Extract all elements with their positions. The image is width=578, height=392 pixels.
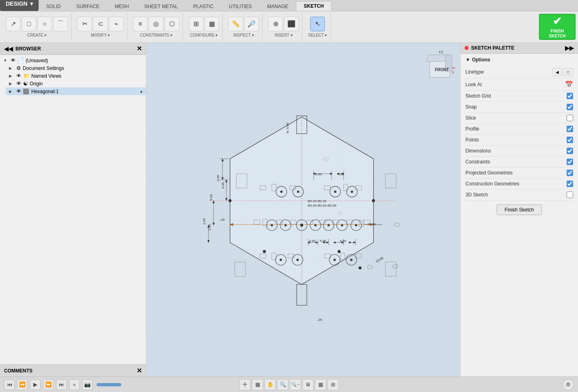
select-tool[interactable]: ↖ xyxy=(310,17,325,31)
options-triangle-icon: ▼ xyxy=(465,57,470,63)
coincident-tool[interactable]: ≡ xyxy=(133,17,148,31)
look-at-calendar-icon[interactable]: 📅 xyxy=(565,81,573,88)
zoom-out-btn[interactable]: 🔍− xyxy=(290,379,301,390)
svg-point-128 xyxy=(338,250,341,253)
tab-manage[interactable]: MANAGE xyxy=(259,2,296,11)
3d-sketch-row: 3D Sketch xyxy=(465,189,573,200)
playback-controls: ⏮ ⏪ ▶ ⏩ ⏭ ≡ 📷 xyxy=(4,379,121,390)
slice-checkbox[interactable] xyxy=(567,115,573,121)
insert-dxf-tool[interactable]: ⬛ xyxy=(284,17,299,31)
insert-label[interactable]: INSERT ▾ xyxy=(274,33,292,37)
linetype-square-btn[interactable]: □ xyxy=(563,68,573,76)
dimension-tool[interactable]: ⊞ xyxy=(189,17,203,31)
dimensions-checkbox[interactable] xyxy=(567,148,573,154)
timeline-slider[interactable] xyxy=(97,383,121,386)
collinear-tool[interactable]: ⬡ xyxy=(165,17,179,31)
trim-tool[interactable]: ✂ xyxy=(77,17,92,31)
construction-geometries-checkbox[interactable] xyxy=(567,181,573,187)
profile-checkbox[interactable] xyxy=(567,126,573,132)
constraints-checkbox[interactable] xyxy=(567,159,573,165)
sketch-palette-dot xyxy=(465,46,469,50)
camera-icon[interactable]: 📷 xyxy=(82,379,93,390)
canvas-bottom-tools: ✛ ▦ ✋ 🔍 🔍− 🖥 ▦ ⊞ xyxy=(239,379,339,390)
svg-text:5.00: 5.00 xyxy=(319,239,326,243)
mirror-tool[interactable]: ⌁ xyxy=(109,17,124,31)
view-options-btn[interactable]: ▦ xyxy=(315,379,326,390)
tree-label-origin: Origin xyxy=(30,81,143,87)
select-label[interactable]: SELECT ▾ xyxy=(308,33,327,37)
inspect-label[interactable]: INSPECT ▾ xyxy=(233,33,254,37)
tab-sketch[interactable]: SKETCH xyxy=(296,1,331,11)
offset-tool[interactable]: ⊂ xyxy=(93,17,108,31)
slice-row: Slice xyxy=(465,113,573,124)
snap-label: Snap xyxy=(465,104,477,110)
svg-text:fx: 5.00: fx: 5.00 xyxy=(286,122,289,133)
tree-label-doc-settings: Document Settings xyxy=(23,65,143,71)
tab-plastic[interactable]: PLASTIC xyxy=(185,2,221,11)
configure-label[interactable]: CONFIGURE ▾ xyxy=(190,33,218,37)
insert-image-tool[interactable]: ⊕ xyxy=(268,17,283,31)
timeline-icon[interactable]: ≡ xyxy=(69,379,80,390)
arc-tool[interactable]: ⌒ xyxy=(53,17,68,31)
tab-utilities[interactable]: UTILITIES xyxy=(221,2,259,11)
line-tool[interactable]: ↗ xyxy=(6,17,20,31)
constraints-label[interactable]: CONSTRAINTS ▾ xyxy=(140,33,172,37)
parameters-tool[interactable]: ▦ xyxy=(204,17,219,31)
zoom-in-btn[interactable]: 🔍 xyxy=(277,379,289,390)
tree-item-doc-settings[interactable]: ▶ ⚙ Document Settings xyxy=(6,64,146,72)
move-tool-btn[interactable]: ✛ xyxy=(239,379,251,390)
tab-sheet-metal[interactable]: SHEET METAL xyxy=(137,2,185,11)
svg-point-127 xyxy=(263,250,266,253)
sketch-palette-expand-icon[interactable]: ▶▶ xyxy=(565,45,574,51)
playback-start-btn[interactable]: ⏮ xyxy=(4,379,15,390)
playback-next-btn[interactable]: ⏩ xyxy=(43,379,54,390)
sketch-grid-checkbox[interactable] xyxy=(567,93,573,99)
playback-end-btn[interactable]: ⏭ xyxy=(56,379,67,390)
tree-icon-named-views: 👁 xyxy=(16,73,22,79)
snap-checkbox[interactable] xyxy=(567,104,573,110)
tree-item-unsaved[interactable]: ▼ 👁 📄 (Unsaved) xyxy=(0,57,146,64)
tree-arrow-origin: ▶ xyxy=(9,81,15,86)
points-checkbox[interactable] xyxy=(567,137,573,143)
playback-prev-btn[interactable]: ⏪ xyxy=(17,379,28,390)
svg-text:5.00: 5.00 xyxy=(315,172,322,176)
fit-view-btn[interactable]: 🖥 xyxy=(302,379,314,390)
grid-options-btn[interactable]: ⊞ xyxy=(328,379,339,390)
browser-collapse-icon[interactable]: ◀◀ xyxy=(4,46,13,52)
rect-tool[interactable]: □ xyxy=(22,17,36,31)
design-dropdown[interactable]: DESIGN ▾ xyxy=(0,0,39,11)
inspect-tool[interactable]: 🔎 xyxy=(244,17,259,31)
concentric-tool[interactable]: ◎ xyxy=(149,17,163,31)
svg-point-57 xyxy=(296,259,299,261)
tab-surface[interactable]: SURFACE xyxy=(69,2,107,11)
tab-solid[interactable]: SOLID xyxy=(39,2,69,11)
comments-close-icon[interactable]: ✕ xyxy=(137,367,142,375)
tree-item-origin[interactable]: ▶ 👁 ☯ Origin xyxy=(6,80,146,87)
tree-item-named-views[interactable]: ▶ 👁 📁 Named Views xyxy=(6,72,146,80)
tab-row: DESIGN ▾ SOLID SURFACE MESH SHEET METAL … xyxy=(0,0,578,11)
tree-item-hexagonal[interactable]: ▶ 👁 Hexagonal:1 ● xyxy=(6,87,146,95)
create-label[interactable]: CREATE ▾ xyxy=(27,33,47,37)
playback-play-btn[interactable]: ▶ xyxy=(30,379,41,390)
tree-label-unsaved: (Unsaved) xyxy=(26,58,143,63)
pan-tool-btn[interactable]: ✋ xyxy=(265,379,276,390)
measure-tool[interactable]: 📏 xyxy=(228,17,243,31)
grid-display-btn[interactable]: ▦ xyxy=(252,379,263,390)
points-label: Points xyxy=(465,137,479,143)
browser-close-icon[interactable]: ✕ xyxy=(137,45,142,52)
projected-geometries-checkbox[interactable] xyxy=(567,170,573,176)
linetype-back-btn[interactable]: ◀ xyxy=(552,68,562,76)
3d-sketch-checkbox[interactable] xyxy=(567,192,573,198)
finish-sketch-button[interactable]: ✔ FINISH SKETCH xyxy=(539,14,576,40)
settings-cog-btn[interactable]: ⚙ xyxy=(563,379,574,390)
canvas[interactable]: FRONT Z X xyxy=(146,43,460,377)
modify-label[interactable]: MODIFY ▾ xyxy=(91,33,110,37)
create-group: ↗ □ ○ ⌒ CREATE ▾ xyxy=(2,13,72,41)
tab-mesh[interactable]: MESH xyxy=(107,2,137,11)
circle-tool[interactable]: ○ xyxy=(37,17,52,31)
modify-group: ✂ ⊂ ⌁ MODIFY ▾ xyxy=(74,13,127,41)
constraints-group: ≡ ◎ ⬡ CONSTRAINTS ▾ xyxy=(130,13,183,41)
svg-point-51 xyxy=(341,224,343,226)
finish-sketch-palette-button[interactable]: Finish Sketch xyxy=(497,205,541,215)
svg-text:2.00: 2.00 xyxy=(309,239,316,243)
